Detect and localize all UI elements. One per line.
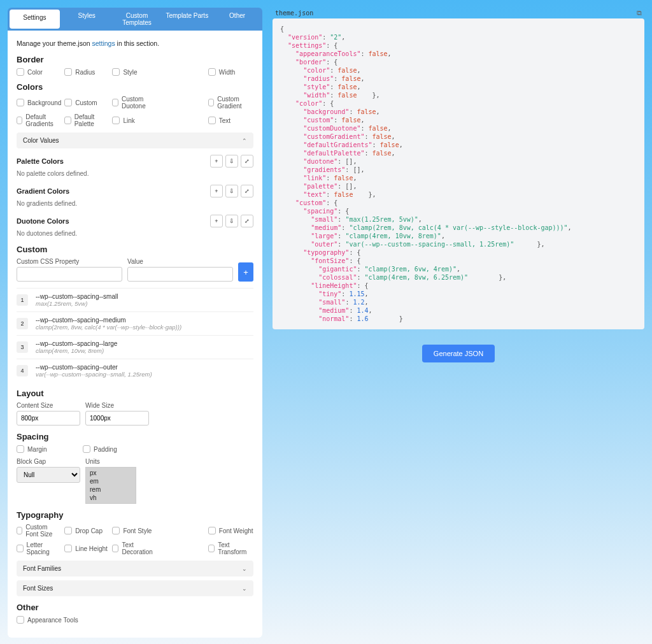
checkbox-appearance-tools[interactable]: [17, 616, 24, 624]
checkbox-custom-duotone[interactable]: [112, 99, 118, 106]
unit-rem[interactable]: rem: [86, 485, 136, 494]
checkbox-background[interactable]: [17, 99, 24, 106]
option-default-gradients: Default Gradients: [17, 113, 62, 127]
checkbox-width[interactable]: [208, 68, 216, 76]
unit-em[interactable]: em: [86, 477, 136, 485]
checkbox-font-style[interactable]: [112, 527, 120, 534]
add-icon[interactable]: +: [210, 155, 223, 168]
tab-settings[interactable]: Settings: [10, 10, 60, 29]
chevron-up-icon: ⌃: [242, 138, 247, 144]
checkbox-letter-spacing[interactable]: [17, 545, 24, 552]
option-font-weight: Font Weight: [208, 524, 253, 538]
custom-item[interactable]: 2--wp--custom--spacing--mediumclamp(2rem…: [17, 311, 253, 335]
wide-size-label: Wide Size: [85, 402, 149, 409]
checkbox-text[interactable]: [208, 117, 216, 124]
checkbox-custom[interactable]: [64, 99, 72, 106]
custom-item[interactable]: 1--wp--custom--spacing--smallmax(1.25rem…: [17, 288, 253, 311]
group-title: Palette Colors: [17, 157, 64, 165]
label: Custom Gradient: [217, 96, 253, 110]
checkbox-text-decoration[interactable]: [112, 545, 118, 552]
color-values-collapse[interactable]: Color Values ⌃: [17, 132, 253, 148]
label: Custom Duotone: [122, 96, 158, 110]
expand-icon[interactable]: ⤢: [241, 185, 253, 197]
checkbox-link[interactable]: [112, 117, 120, 124]
option-width: Width: [208, 68, 253, 76]
wide-size-input[interactable]: [85, 411, 149, 426]
spacing-options: MarginPadding: [17, 445, 253, 453]
add-icon[interactable]: +: [210, 215, 223, 227]
custom-items-list: 1--wp--custom--spacing--smallmax(1.25rem…: [17, 288, 253, 382]
content-size-input[interactable]: [17, 411, 80, 426]
add-icon[interactable]: +: [210, 185, 223, 197]
label: Font Style: [123, 527, 152, 534]
label: Custom: [75, 99, 97, 106]
other-options: Appearance Tools: [17, 616, 253, 624]
checkbox-text-transform[interactable]: [208, 545, 215, 552]
checkbox-default-gradients[interactable]: [17, 117, 22, 124]
copy-icon[interactable]: ⧉: [637, 9, 642, 17]
chevron-down-icon: ⌄: [242, 585, 247, 592]
download-icon[interactable]: ⇩: [225, 155, 238, 168]
expand-icon[interactable]: ⤢: [241, 155, 253, 168]
option-default-palette: Default Palette: [64, 113, 110, 127]
collapse-font-families[interactable]: Font Families⌄: [17, 561, 253, 576]
add-custom-button[interactable]: +: [238, 262, 253, 282]
unit-px[interactable]: px: [86, 469, 136, 477]
custom-item[interactable]: 3--wp--custom--spacing--largeclamp(4rem,…: [17, 335, 253, 359]
expand-icon[interactable]: ⤢: [241, 215, 253, 227]
item-value: clamp(2rem, 8vw, calc(4 * var(--wp--styl…: [36, 324, 181, 331]
checkbox-padding[interactable]: [83, 445, 90, 453]
item-key: --wp--custom--spacing--small: [36, 293, 118, 300]
unit-vh[interactable]: vh: [86, 494, 136, 502]
option-text-decoration: Text Decoration: [112, 541, 157, 555]
collapse-label: Font Sizes: [23, 585, 53, 592]
item-number: 3: [17, 341, 28, 353]
label: Drop Cap: [75, 527, 103, 534]
checkbox-margin[interactable]: [17, 445, 24, 453]
tab-custom-templates[interactable]: Custom Templates: [112, 8, 162, 31]
custom-item[interactable]: 4--wp--custom--spacing--outervar(--wp--c…: [17, 359, 253, 382]
checkbox-custom-gradient[interactable]: [208, 99, 215, 106]
option-font-style: Font Style: [112, 524, 157, 538]
custom-prop-input[interactable]: [17, 267, 122, 282]
item-key: --wp--custom--spacing--outer: [36, 364, 152, 371]
custom-val-input[interactable]: [127, 267, 233, 282]
label: Color: [27, 69, 43, 76]
option-drop-cap: Drop Cap: [64, 524, 110, 538]
units-list[interactable]: pxemremvh: [85, 467, 136, 504]
checkbox-color[interactable]: [17, 68, 24, 76]
colors-title: Colors: [17, 82, 253, 92]
empty-message: No palette colors defined.: [17, 170, 253, 177]
typography-options: Custom Font SizeDrop CapFont StyleFont W…: [17, 524, 253, 555]
intro-text: Manage your theme.json settings in this …: [17, 39, 253, 47]
tab-other[interactable]: Other: [212, 8, 262, 31]
label: Line Height: [75, 545, 108, 552]
tab-template-parts[interactable]: Template Parts: [162, 8, 212, 31]
download-icon[interactable]: ⇩: [225, 215, 238, 227]
spacing-title: Spacing: [17, 432, 253, 441]
checkbox-radius[interactable]: [64, 68, 72, 76]
generate-json-button[interactable]: Generate JSON: [422, 345, 495, 362]
checkbox-drop-cap[interactable]: [64, 527, 72, 534]
checkbox-font-weight[interactable]: [208, 527, 216, 534]
option-line-height: Line Height: [64, 541, 110, 555]
checkbox-custom-font-size[interactable]: [17, 527, 22, 534]
main-tabs: SettingsStylesCustom TemplatesTemplate P…: [8, 8, 262, 31]
download-icon[interactable]: ⇩: [225, 185, 238, 197]
tab-styles[interactable]: Styles: [62, 8, 112, 31]
checkbox-default-palette[interactable]: [64, 117, 71, 124]
option-background: Background: [17, 96, 62, 110]
json-header: theme.json ⧉: [273, 8, 644, 18]
block-gap-select[interactable]: Null: [17, 467, 80, 483]
item-number: 1: [17, 294, 28, 306]
option-appearance-tools: Appearance Tools: [17, 616, 253, 624]
checkbox-line-height[interactable]: [64, 545, 72, 552]
collapse-font-sizes[interactable]: Font Sizes⌄: [17, 580, 253, 596]
settings-link[interactable]: settings: [92, 39, 115, 47]
group-title: Duotone Colors: [17, 217, 69, 225]
group-title: Gradient Colors: [17, 187, 69, 195]
custom-title: Custom: [17, 245, 253, 254]
option-custom-duotone: Custom Duotone: [112, 96, 157, 110]
checkbox-style[interactable]: [112, 68, 120, 76]
border-title: Border: [17, 55, 253, 64]
